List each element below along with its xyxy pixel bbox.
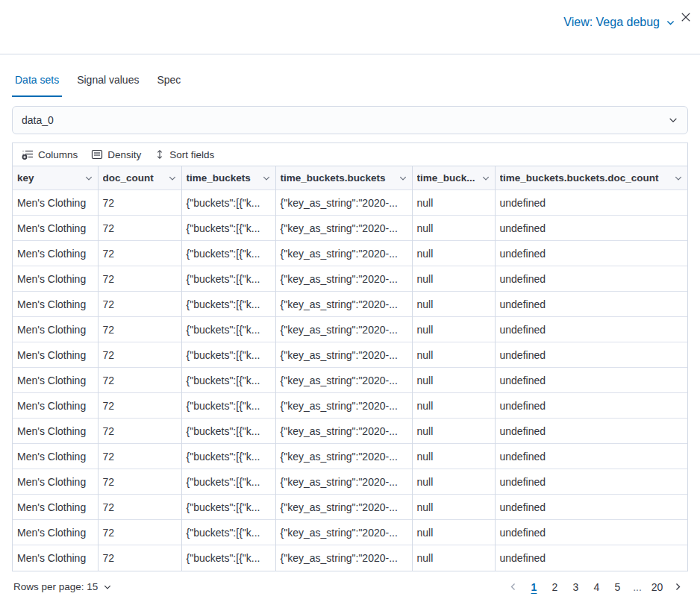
grid-cell[interactable]: {"buckets":[{"k...	[181, 495, 275, 520]
grid-cell[interactable]: {"buckets":[{"k...	[181, 469, 275, 495]
column-header-time-buckets-buckets[interactable]: time_buckets.buckets	[275, 166, 412, 190]
grid-cell[interactable]: {"key_as_string":"2020-...	[275, 292, 412, 317]
tab-data-sets[interactable]: Data sets	[12, 71, 62, 97]
tab-signal-values[interactable]: Signal values	[74, 71, 142, 97]
grid-cell[interactable]: undefined	[495, 469, 687, 495]
grid-cell[interactable]: Men's Clothing	[13, 444, 98, 469]
grid-cell[interactable]: undefined	[495, 419, 687, 444]
grid-cell[interactable]: null	[412, 495, 495, 520]
grid-cell[interactable]: {"buckets":[{"k...	[181, 419, 275, 444]
page-button-3[interactable]: 3	[566, 577, 586, 597]
grid-cell[interactable]: Men's Clothing	[13, 216, 98, 241]
grid-cell[interactable]: 72	[98, 317, 181, 342]
grid-cell[interactable]: {"key_as_string":"2020-...	[275, 266, 412, 292]
grid-cell[interactable]: undefined	[495, 495, 687, 520]
rows-per-page-button[interactable]: Rows per page: 15	[12, 581, 113, 592]
grid-cell[interactable]: {"buckets":[{"k...	[181, 190, 275, 216]
grid-cell[interactable]: 72	[98, 545, 181, 571]
previous-page-button[interactable]	[503, 577, 523, 597]
grid-cell[interactable]: Men's Clothing	[13, 419, 98, 444]
grid-cell[interactable]: {"key_as_string":"2020-...	[275, 342, 412, 368]
density-button[interactable]: Density	[87, 145, 146, 163]
grid-cell[interactable]: null	[412, 469, 495, 495]
column-header-time-buck[interactable]: time_buck...	[412, 166, 495, 190]
grid-cell[interactable]: null	[412, 368, 495, 393]
grid-cell[interactable]: {"key_as_string":"2020-...	[275, 545, 412, 571]
grid-cell[interactable]: null	[412, 545, 495, 571]
grid-cell[interactable]: 72	[98, 368, 181, 393]
grid-cell[interactable]: null	[412, 317, 495, 342]
grid-cell[interactable]: {"key_as_string":"2020-...	[275, 469, 412, 495]
grid-cell[interactable]: 72	[98, 520, 181, 545]
grid-cell[interactable]: {"key_as_string":"2020-...	[275, 241, 412, 266]
column-header-doc-count[interactable]: doc_count	[98, 166, 181, 190]
grid-cell[interactable]: null	[412, 393, 495, 419]
grid-cell[interactable]: undefined	[495, 342, 687, 368]
grid-cell[interactable]: {"buckets":[{"k...	[181, 241, 275, 266]
grid-cell[interactable]: {"key_as_string":"2020-...	[275, 495, 412, 520]
next-page-button[interactable]	[668, 577, 688, 597]
page-button-4[interactable]: 4	[587, 577, 607, 597]
grid-cell[interactable]: Men's Clothing	[13, 342, 98, 368]
grid-cell[interactable]: {"key_as_string":"2020-...	[275, 520, 412, 545]
grid-cell[interactable]: null	[412, 444, 495, 469]
grid-cell[interactable]: Men's Clothing	[13, 545, 98, 571]
columns-button[interactable]: Columns	[17, 145, 82, 163]
grid-cell[interactable]: {"key_as_string":"2020-...	[275, 393, 412, 419]
grid-cell[interactable]: null	[412, 342, 495, 368]
grid-cell[interactable]: Men's Clothing	[13, 292, 98, 317]
view-selector-button[interactable]: View: Vega debug	[563, 16, 675, 29]
grid-cell[interactable]: {"buckets":[{"k...	[181, 545, 275, 571]
column-header-time-buckets-buckets-doc-count[interactable]: time_buckets.buckets.doc_count	[495, 166, 687, 190]
grid-cell[interactable]: Men's Clothing	[13, 190, 98, 216]
grid-cell[interactable]: Men's Clothing	[13, 393, 98, 419]
grid-cell[interactable]: 72	[98, 393, 181, 419]
page-button-2[interactable]: 2	[545, 577, 565, 597]
grid-cell[interactable]: undefined	[495, 317, 687, 342]
grid-cell[interactable]: 72	[98, 266, 181, 292]
grid-cell[interactable]: {"buckets":[{"k...	[181, 520, 275, 545]
grid-cell[interactable]: undefined	[495, 216, 687, 241]
grid-cell[interactable]: null	[412, 520, 495, 545]
grid-cell[interactable]: {"buckets":[{"k...	[181, 393, 275, 419]
grid-cell[interactable]: 72	[98, 216, 181, 241]
page-button-1[interactable]: 1	[524, 577, 544, 597]
grid-cell[interactable]: {"key_as_string":"2020-...	[275, 317, 412, 342]
grid-cell[interactable]: 72	[98, 419, 181, 444]
grid-cell[interactable]: 72	[98, 495, 181, 520]
grid-cell[interactable]: {"key_as_string":"2020-...	[275, 216, 412, 241]
grid-cell[interactable]: {"buckets":[{"k...	[181, 444, 275, 469]
grid-cell[interactable]: 72	[98, 241, 181, 266]
grid-cell[interactable]: 72	[98, 444, 181, 469]
grid-cell[interactable]: {"buckets":[{"k...	[181, 216, 275, 241]
grid-cell[interactable]: null	[412, 190, 495, 216]
grid-cell[interactable]: undefined	[495, 241, 687, 266]
grid-cell[interactable]: Men's Clothing	[13, 368, 98, 393]
grid-cell[interactable]: {"buckets":[{"k...	[181, 342, 275, 368]
close-button[interactable]	[678, 9, 694, 25]
grid-cell[interactable]: {"key_as_string":"2020-...	[275, 368, 412, 393]
grid-cell[interactable]: Men's Clothing	[13, 241, 98, 266]
grid-cell[interactable]: Men's Clothing	[13, 266, 98, 292]
grid-cell[interactable]: Men's Clothing	[13, 495, 98, 520]
dataset-select[interactable]: data_0	[12, 106, 688, 134]
grid-cell[interactable]: 72	[98, 342, 181, 368]
grid-cell[interactable]: {"key_as_string":"2020-...	[275, 419, 412, 444]
tab-spec[interactable]: Spec	[154, 71, 184, 97]
column-header-time-buckets[interactable]: time_buckets	[181, 166, 275, 190]
grid-cell[interactable]: undefined	[495, 190, 687, 216]
grid-cell[interactable]: 72	[98, 292, 181, 317]
grid-cell[interactable]: undefined	[495, 520, 687, 545]
grid-cell[interactable]: 72	[98, 469, 181, 495]
grid-cell[interactable]: undefined	[495, 393, 687, 419]
grid-cell[interactable]: undefined	[495, 545, 687, 571]
grid-cell[interactable]: null	[412, 292, 495, 317]
grid-cell[interactable]: undefined	[495, 444, 687, 469]
grid-cell[interactable]: null	[412, 419, 495, 444]
sort-fields-button[interactable]: Sort fields	[150, 146, 219, 163]
grid-cell[interactable]: {"buckets":[{"k...	[181, 266, 275, 292]
grid-cell[interactable]: undefined	[495, 266, 687, 292]
grid-cell[interactable]: undefined	[495, 368, 687, 393]
grid-cell[interactable]: Men's Clothing	[13, 469, 98, 495]
column-header-key[interactable]: key	[13, 166, 98, 190]
